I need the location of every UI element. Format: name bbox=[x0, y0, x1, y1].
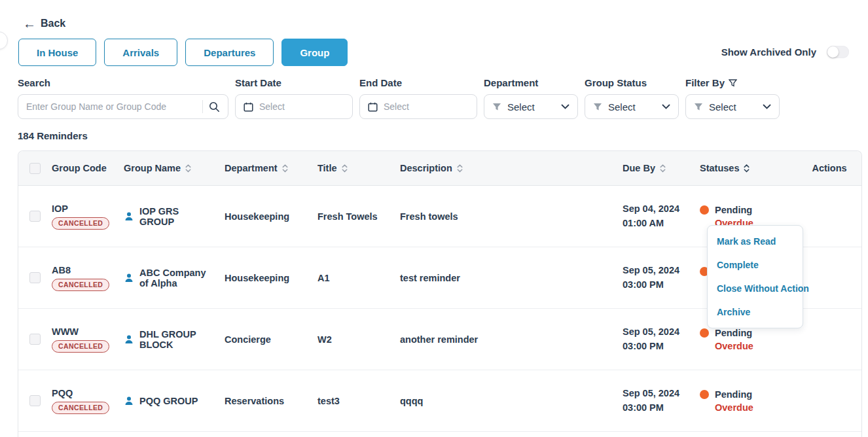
due-time: 03:00 PM bbox=[623, 401, 691, 415]
menu-item-mark-as-read[interactable]: Mark as Read bbox=[708, 230, 803, 253]
substatus: Overdue bbox=[715, 402, 788, 413]
reminder-title: Fresh Towels bbox=[317, 211, 400, 222]
menu-item-close-without-action[interactable]: Close Without Action bbox=[708, 277, 803, 300]
tab-in-house[interactable]: In House bbox=[18, 39, 96, 66]
department-select[interactable]: Select bbox=[484, 94, 578, 119]
col-statuses[interactable]: Statuses bbox=[700, 163, 797, 173]
row-checkbox[interactable] bbox=[29, 334, 41, 345]
filter-by-value: Select bbox=[709, 101, 736, 113]
tab-departures[interactable]: Departures bbox=[185, 39, 274, 66]
end-date-input[interactable]: Select bbox=[359, 94, 477, 119]
person-icon bbox=[124, 211, 134, 222]
col-description[interactable]: Description bbox=[400, 163, 623, 173]
menu-item-complete[interactable]: Complete bbox=[708, 253, 803, 277]
select-all-checkbox[interactable] bbox=[29, 163, 41, 174]
filter-by-select[interactable]: Select bbox=[685, 94, 780, 119]
group-code: WWW bbox=[52, 326, 79, 337]
sort-icon[interactable] bbox=[457, 164, 463, 173]
col-group-name[interactable]: Group Name bbox=[124, 163, 225, 173]
reminder-description: test reminder bbox=[400, 273, 623, 283]
sort-icon[interactable] bbox=[660, 164, 666, 173]
calendar-icon bbox=[368, 102, 378, 112]
due-time: 01:00 AM bbox=[623, 217, 691, 230]
funnel-icon bbox=[492, 103, 501, 111]
calendar-icon bbox=[244, 102, 253, 112]
row-checkbox[interactable] bbox=[29, 272, 41, 283]
sort-icon[interactable] bbox=[282, 164, 288, 173]
department: Housekeeping bbox=[225, 273, 317, 283]
due-time: 03:00 PM bbox=[623, 278, 691, 292]
show-archived-control: Show Archived Only bbox=[721, 46, 849, 58]
due-date: Sep 05, 2024 bbox=[623, 325, 691, 339]
sort-icon-active[interactable] bbox=[744, 164, 750, 173]
row-actions-context-menu: Mark as Read Complete Close Without Acti… bbox=[707, 225, 803, 328]
person-icon bbox=[124, 334, 134, 345]
department: Reservations bbox=[225, 396, 317, 406]
group-reminders-page: ‹ ← Back In House Arrivals Departures Gr… bbox=[0, 0, 868, 437]
group-name: PQQ GROUP bbox=[139, 396, 198, 406]
group-status-value: Select bbox=[608, 101, 636, 113]
funnel-outline-icon bbox=[729, 79, 737, 87]
group-status-select[interactable]: Select bbox=[585, 94, 679, 119]
col-department[interactable]: Department bbox=[225, 163, 317, 173]
pending-status-dot bbox=[700, 328, 709, 338]
view-tabs: In House Arrivals Departures Group bbox=[18, 39, 348, 66]
department-filter: Department Select bbox=[484, 77, 578, 119]
department-value: Select bbox=[507, 101, 535, 113]
group-code: IOP bbox=[52, 203, 68, 214]
row-checkbox[interactable] bbox=[29, 211, 41, 222]
reminders-count: 184 Reminders bbox=[18, 130, 88, 141]
start-date-label: Start Date bbox=[235, 77, 353, 88]
table-header-row: Group Code Group Name Department Title bbox=[18, 151, 861, 186]
reminder-description: another reminder bbox=[400, 334, 623, 345]
pending-status-dot bbox=[700, 390, 709, 399]
tab-arrivals[interactable]: Arrivals bbox=[104, 39, 177, 66]
sort-icon[interactable] bbox=[342, 164, 348, 173]
status: Pending bbox=[715, 205, 752, 215]
group-code: AB8 bbox=[52, 265, 71, 275]
end-date-filter: End Date Select bbox=[359, 77, 477, 119]
show-archived-toggle[interactable] bbox=[827, 46, 849, 58]
reminder-title: test3 bbox=[317, 396, 400, 406]
department: Concierge bbox=[225, 334, 317, 345]
back-arrow-icon: ← bbox=[23, 17, 36, 30]
sort-icon[interactable] bbox=[185, 164, 191, 173]
group-status-label: Group Status bbox=[585, 77, 679, 88]
reminder-description: qqqq bbox=[400, 396, 623, 406]
start-date-input[interactable]: Select bbox=[235, 94, 353, 119]
chevron-down-icon bbox=[763, 104, 771, 109]
back-label: Back bbox=[41, 18, 65, 29]
menu-item-archive[interactable]: Archive bbox=[708, 300, 803, 324]
group-code: PQQ bbox=[52, 388, 73, 398]
due-date: Sep 04, 2024 bbox=[623, 202, 691, 216]
group-name: IOP GRS GROUP bbox=[139, 206, 215, 227]
end-date-placeholder: Select bbox=[384, 101, 409, 112]
chevron-down-icon bbox=[561, 104, 570, 109]
start-date-filter: Start Date Select bbox=[235, 77, 353, 119]
due-date: Sep 05, 2024 bbox=[623, 264, 691, 277]
row-checkbox[interactable] bbox=[29, 395, 41, 406]
funnel-icon bbox=[593, 103, 602, 111]
col-title[interactable]: Title bbox=[317, 163, 400, 173]
status-badge: CANCELLED bbox=[52, 340, 109, 353]
show-archived-label: Show Archived Only bbox=[721, 46, 816, 58]
search-icon[interactable] bbox=[209, 101, 220, 113]
person-icon bbox=[124, 273, 134, 283]
department-label: Department bbox=[484, 77, 578, 88]
reminder-title: A1 bbox=[317, 273, 400, 283]
end-date-label: End Date bbox=[359, 77, 477, 88]
group-status-filter: Group Status Select bbox=[585, 77, 679, 119]
back-button[interactable]: ← Back bbox=[23, 17, 65, 30]
panel-expand-button[interactable]: ‹ bbox=[0, 31, 8, 50]
col-due-by[interactable]: Due By bbox=[623, 163, 700, 173]
group-name: DHL GROUP BLOCK bbox=[139, 329, 215, 350]
search-label: Search bbox=[18, 77, 228, 88]
divider bbox=[202, 100, 203, 113]
reminder-description: Fresh towels bbox=[400, 211, 623, 222]
col-group-code: Group Code bbox=[52, 163, 107, 173]
tab-group[interactable]: Group bbox=[281, 39, 348, 66]
substatus: Overdue bbox=[715, 341, 788, 351]
status: Pending bbox=[715, 389, 752, 400]
search-input[interactable] bbox=[26, 101, 196, 112]
funnel-icon bbox=[694, 103, 703, 111]
